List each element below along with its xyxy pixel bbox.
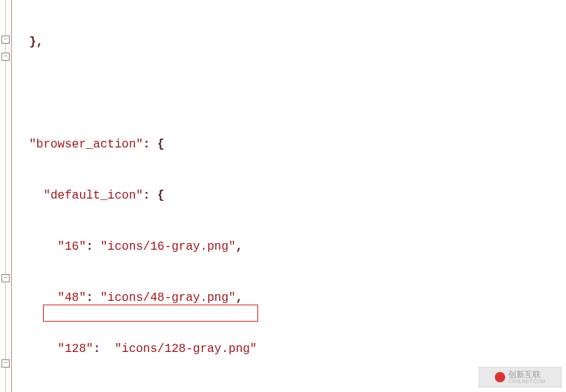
fold-toggle[interactable]: − (1, 53, 10, 61)
fold-toggle[interactable]: − (1, 359, 10, 368)
code-line: "default_icon": { (12, 187, 566, 205)
json-value: "icons/48-gray.png" (100, 291, 235, 305)
json-key: "browser_action" (29, 138, 143, 151)
watermark-brand: 创新互联 (508, 371, 545, 379)
json-value: "icons/128-gray.png" (114, 342, 257, 356)
json-key: "48" (58, 291, 86, 305)
fold-toggle[interactable]: − (1, 36, 10, 44)
code-line: }, (12, 34, 566, 51)
json-key: "16" (58, 240, 86, 253)
fold-gutter: − − − − (0, 0, 11, 392)
fold-toggle[interactable]: − (1, 274, 10, 282)
code-line: "48": "icons/48-gray.png", (12, 290, 566, 307)
json-key: "128" (58, 342, 93, 356)
code-line: "16": "icons/16-gray.png", (12, 239, 566, 256)
json-key: "default_icon" (43, 189, 142, 202)
brace-close: }, (29, 36, 43, 49)
code-editor[interactable]: }, "browser_action": { "default_icon": {… (12, 0, 566, 392)
watermark: 创新互联 CXHLNET.COM (478, 367, 562, 388)
code-line: "browser_action": { (12, 136, 566, 153)
watermark-sub: CXHLNET.COM (508, 379, 545, 384)
code-line: "128": "icons/128-gray.png" (12, 341, 566, 358)
json-value: "icons/16-gray.png" (100, 240, 235, 253)
code-line (12, 85, 566, 102)
watermark-logo-icon (495, 372, 505, 382)
